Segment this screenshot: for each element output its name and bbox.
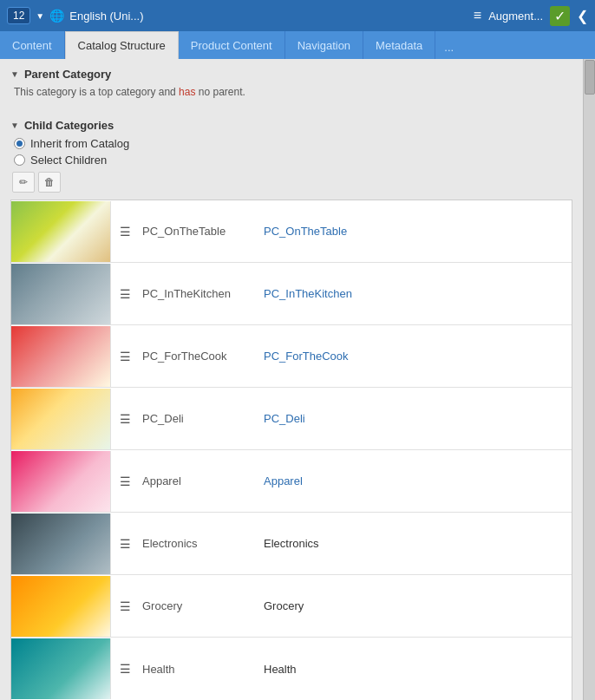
child-categories-section: ▼ Child Categories Inherit from Catalog … — [0, 110, 583, 700]
list-item[interactable]: ☰PC_OnTheTablePC_OnTheTable — [11, 200, 572, 263]
scrollbar[interactable] — [583, 59, 595, 700]
category-name: Apparel — [260, 474, 572, 487]
inherit-from-catalog-radio[interactable]: Inherit from Catalog — [14, 137, 572, 150]
edit-icon: ✏ — [19, 176, 28, 188]
child-radio-group: Inherit from Catalog Select Children — [14, 137, 572, 167]
parent-category-section: ▼ Parent Category This category is a top… — [0, 59, 583, 108]
list-icon-area: ☰ — [111, 474, 139, 488]
item-toolbar: ✏ 🗑 — [12, 172, 572, 193]
top-bar-left: 12 ▼ 🌐 English (Uni...) — [7, 7, 144, 24]
category-id: PC_ForTheCook — [139, 350, 260, 363]
language-label: English (Uni...) — [69, 10, 143, 23]
back-icon[interactable]: ❮ — [577, 8, 588, 24]
category-id: Electronics — [139, 537, 260, 550]
tab-metadata[interactable]: Metadata — [363, 31, 435, 59]
inherit-radio-dot — [14, 138, 25, 149]
list-icon-area: ☰ — [111, 599, 139, 613]
version-badge[interactable]: 12 — [7, 7, 30, 24]
select-label: Select Children — [30, 154, 107, 167]
category-name: PC_ForTheCook — [260, 350, 572, 363]
category-name: Health — [260, 663, 572, 676]
tab-bar: Content Catalog Structure Product Conten… — [0, 31, 595, 59]
category-thumbnail — [11, 451, 111, 512]
scrollbar-thumb[interactable] — [585, 60, 595, 95]
list-view-icon: ☰ — [120, 474, 131, 488]
list-view-icon: ☰ — [120, 412, 131, 426]
child-categories-header: ▼ Child Categories — [10, 119, 572, 132]
top-bar-right: ≡ Augment... ✓ ❮ — [474, 6, 588, 26]
list-view-icon: ☰ — [120, 537, 131, 551]
list-item[interactable]: ☰PC_ForTheCookPC_ForTheCook — [11, 325, 572, 388]
category-thumbnail — [11, 576, 111, 637]
list-item[interactable]: ☰PC_InTheKitchenPC_InTheKitchen — [11, 263, 572, 325]
delete-button[interactable]: 🗑 — [38, 172, 61, 193]
category-name: PC_Deli — [260, 412, 572, 425]
list-icon-area: ☰ — [111, 662, 139, 676]
nav-icon[interactable]: ≡ — [474, 8, 481, 23]
list-view-icon: ☰ — [120, 662, 131, 676]
list-icon-area: ☰ — [111, 537, 139, 551]
child-collapse-arrow-icon[interactable]: ▼ — [10, 121, 19, 130]
tab-navigation[interactable]: Navigation — [285, 31, 363, 59]
category-thumbnail — [11, 638, 111, 699]
list-item[interactable]: ☰ElectronicsElectronics — [11, 513, 572, 575]
list-view-icon: ☰ — [120, 599, 131, 613]
category-id: Grocery — [139, 599, 260, 612]
top-bar: 12 ▼ 🌐 English (Uni...) ≡ Augment... ✓ ❮ — [0, 0, 595, 31]
select-radio-dot — [14, 154, 25, 166]
select-children-radio[interactable]: Select Children — [14, 154, 572, 167]
list-item[interactable]: ☰GroceryGrocery — [11, 575, 572, 638]
category-thumbnail — [11, 389, 111, 449]
list-view-icon: ☰ — [120, 287, 131, 301]
list-icon-area: ☰ — [111, 287, 139, 301]
parent-category-title: Parent Category — [24, 68, 111, 81]
check-icon[interactable]: ✓ — [550, 6, 570, 26]
category-thumbnail — [11, 514, 111, 574]
category-id: Health — [139, 663, 260, 676]
category-name: Grocery — [260, 599, 572, 612]
list-icon-area: ☰ — [111, 225, 139, 239]
list-icon-area: ☰ — [111, 350, 139, 363]
child-categories-title: Child Categories — [24, 119, 114, 132]
list-view-icon: ☰ — [120, 350, 131, 363]
edit-button[interactable]: ✏ — [12, 172, 35, 193]
category-id: PC_OnTheTable — [139, 225, 260, 238]
dropdown-arrow-icon[interactable]: ▼ — [36, 11, 44, 21]
tab-catalog-structure[interactable]: Catalog Structure — [65, 31, 179, 59]
list-item[interactable]: ☰HealthHealth — [11, 638, 572, 700]
delete-icon: 🗑 — [44, 176, 55, 188]
globe-icon: 🌐 — [49, 9, 64, 23]
collapse-arrow-icon[interactable]: ▼ — [10, 69, 19, 79]
list-icon-area: ☰ — [111, 412, 139, 426]
tab-product-content[interactable]: Product Content — [179, 31, 285, 59]
category-thumbnail — [11, 264, 111, 324]
category-id: PC_Deli — [139, 412, 260, 425]
list-item[interactable]: ☰PC_DeliPC_Deli — [11, 388, 572, 450]
tab-content[interactable]: Content — [0, 31, 65, 59]
list-view-icon: ☰ — [120, 225, 131, 239]
list-item[interactable]: ☰ApparelApparel — [11, 450, 572, 513]
tab-more[interactable]: ... — [435, 36, 462, 59]
parent-category-desc: This category is a top category and has … — [10, 86, 572, 98]
augment-label[interactable]: Augment... — [488, 10, 543, 23]
category-id: Apparel — [139, 474, 260, 487]
inherit-label: Inherit from Catalog — [30, 137, 129, 150]
content-area: ▼ Parent Category This category is a top… — [0, 59, 595, 700]
category-id: PC_InTheKitchen — [139, 287, 260, 300]
category-thumbnail — [11, 201, 111, 262]
version-number: 12 — [13, 10, 24, 22]
category-name: PC_OnTheTable — [260, 225, 572, 238]
category-name: Electronics — [260, 537, 572, 550]
category-list: ☰PC_OnTheTablePC_OnTheTable☰PC_InTheKitc… — [10, 200, 572, 700]
parent-category-header: ▼ Parent Category — [10, 68, 572, 81]
main-panel: ▼ Parent Category This category is a top… — [0, 59, 583, 700]
category-thumbnail — [11, 326, 111, 387]
category-name: PC_InTheKitchen — [260, 287, 572, 300]
